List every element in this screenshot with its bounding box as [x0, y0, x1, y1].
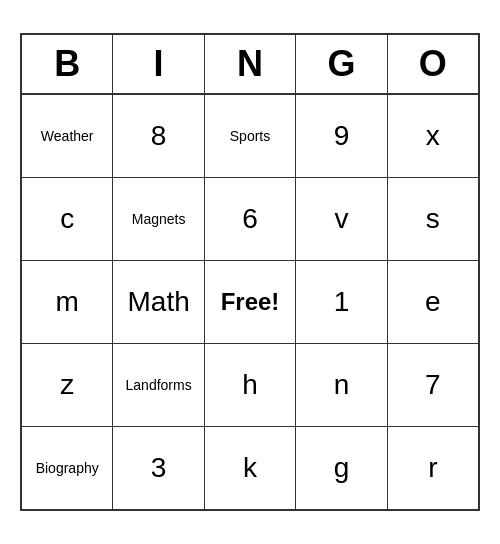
header-cell: G: [296, 35, 387, 93]
header-cell: I: [113, 35, 204, 93]
bingo-cell: 9: [296, 95, 387, 177]
header-cell: B: [22, 35, 113, 93]
bingo-row: cMagnets6vs: [22, 177, 478, 260]
bingo-cell: r: [388, 427, 478, 509]
bingo-row: Biography3kgr: [22, 426, 478, 509]
bingo-cell: c: [22, 178, 113, 260]
bingo-cell: 3: [113, 427, 204, 509]
bingo-cell: Magnets: [113, 178, 204, 260]
bingo-card: BINGO Weather8Sports9xcMagnets6vsmMathFr…: [20, 33, 480, 511]
bingo-header: BINGO: [22, 35, 478, 95]
bingo-cell: m: [22, 261, 113, 343]
bingo-cell: Free!: [205, 261, 296, 343]
bingo-cell: 8: [113, 95, 204, 177]
bingo-cell: 7: [388, 344, 478, 426]
bingo-cell: h: [205, 344, 296, 426]
bingo-cell: g: [296, 427, 387, 509]
bingo-cell: Sports: [205, 95, 296, 177]
bingo-cell: z: [22, 344, 113, 426]
bingo-cell: v: [296, 178, 387, 260]
bingo-cell: k: [205, 427, 296, 509]
bingo-cell: 1: [296, 261, 387, 343]
bingo-row: mMathFree!1e: [22, 260, 478, 343]
bingo-row: zLandformshn7: [22, 343, 478, 426]
bingo-body: Weather8Sports9xcMagnets6vsmMathFree!1ez…: [22, 95, 478, 509]
bingo-cell: 6: [205, 178, 296, 260]
bingo-cell: Math: [113, 261, 204, 343]
header-cell: O: [388, 35, 478, 93]
header-cell: N: [205, 35, 296, 93]
bingo-cell: n: [296, 344, 387, 426]
bingo-cell: Biography: [22, 427, 113, 509]
bingo-row: Weather8Sports9x: [22, 95, 478, 177]
bingo-cell: e: [388, 261, 478, 343]
bingo-cell: Weather: [22, 95, 113, 177]
bingo-cell: s: [388, 178, 478, 260]
bingo-cell: Landforms: [113, 344, 204, 426]
bingo-cell: x: [388, 95, 478, 177]
